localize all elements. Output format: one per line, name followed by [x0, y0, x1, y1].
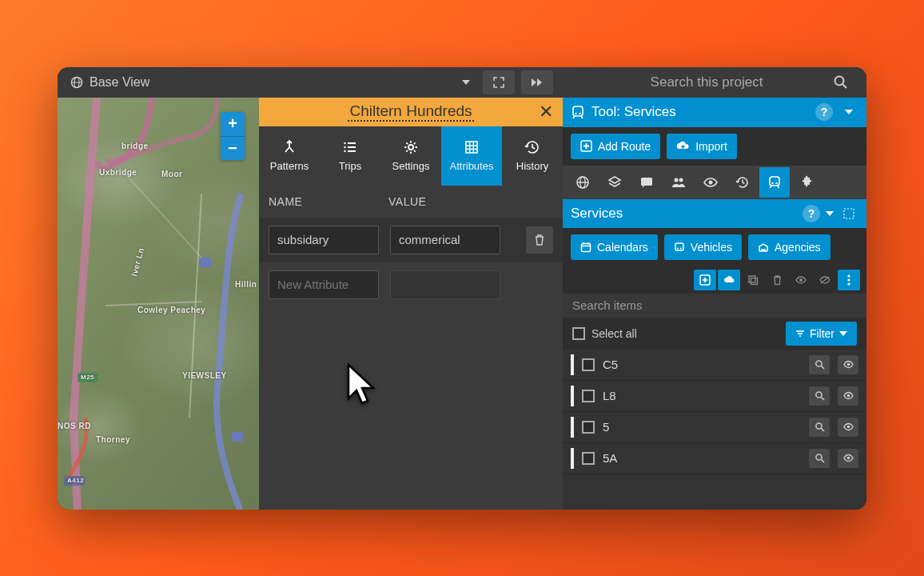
help-button[interactable]: ? [815, 103, 833, 121]
tool-title: Tool: Services [591, 104, 676, 120]
map-pane[interactable]: bridge Uxbridge Moor Iver Ln Hillin Cowl… [58, 98, 259, 510]
list-item[interactable]: 5 [563, 412, 866, 443]
import-button[interactable]: Import [667, 134, 737, 159]
calendars-button[interactable]: Calendars [571, 234, 658, 260]
tab-patterns[interactable]: Patterns [259, 126, 320, 186]
help-button[interactable]: ? [803, 205, 820, 222]
train-icon [571, 105, 585, 119]
list-item[interactable]: 5A [563, 443, 866, 474]
more-item-button[interactable] [838, 270, 860, 290]
mode-visibility[interactable] [695, 167, 726, 198]
hide-item-button[interactable] [814, 270, 836, 290]
agencies-label: Agencies [775, 241, 821, 254]
mode-history[interactable] [727, 167, 758, 198]
project-search[interactable]: Search this project [553, 74, 860, 90]
list-item[interactable]: C5 [563, 350, 866, 381]
item-checkbox[interactable] [582, 358, 595, 371]
add-route-button[interactable]: Add Route [571, 134, 660, 159]
new-attribute-name-input[interactable] [269, 270, 379, 299]
tab-trips[interactable]: Trips [320, 126, 380, 186]
item-visibility-button[interactable] [838, 418, 858, 437]
tab-history[interactable]: History [502, 126, 563, 186]
attribute-value-input[interactable] [390, 226, 500, 254]
agencies-button[interactable]: Agencies [748, 234, 830, 260]
zoom-in-button[interactable]: + [221, 112, 245, 136]
add-item-button[interactable] [694, 270, 716, 290]
svg-rect-6 [232, 432, 243, 442]
forward-button[interactable] [521, 70, 553, 94]
delete-item-button[interactable] [766, 270, 788, 290]
close-button[interactable]: ✕ [539, 102, 553, 122]
items-list: C5 L8 5 [563, 350, 866, 510]
show-item-button[interactable] [790, 270, 812, 290]
attribute-name-input[interactable] [269, 226, 379, 254]
svg-line-4 [843, 84, 847, 88]
detail-title[interactable]: Chiltern Hundreds [348, 102, 473, 122]
svg-point-58 [847, 282, 850, 285]
zoom-out-button[interactable]: − [221, 136, 245, 160]
svg-rect-53 [751, 278, 758, 284]
item-search-button[interactable] [809, 386, 830, 406]
mode-services[interactable] [759, 167, 790, 198]
tab-label: Attributes [450, 160, 494, 172]
svg-rect-5 [200, 258, 211, 267]
item-search-button[interactable] [809, 449, 830, 468]
item-label: L8 [603, 389, 616, 402]
list-item[interactable]: L8 [563, 381, 866, 412]
mode-people[interactable] [663, 167, 694, 198]
tab-label: Patterns [270, 160, 309, 172]
item-color-bar [571, 417, 574, 438]
svg-rect-32 [641, 178, 652, 186]
expand-button[interactable] [820, 204, 839, 223]
view-selector[interactable]: Base View [64, 72, 476, 93]
item-visibility-button[interactable] [838, 449, 858, 468]
detail-pane: Chiltern Hundreds ✕ Patterns Trips Setti… [259, 98, 563, 510]
search-icon [833, 74, 849, 90]
tab-attributes[interactable]: Attributes [441, 126, 502, 186]
mode-layers[interactable] [599, 167, 630, 198]
svg-line-39 [771, 186, 772, 188]
svg-point-57 [847, 278, 850, 281]
mode-comments[interactable] [631, 167, 662, 198]
svg-point-12 [344, 142, 345, 144]
filter-button[interactable]: Filter [786, 322, 857, 346]
tab-settings[interactable]: Settings [380, 126, 441, 186]
delete-button[interactable] [526, 226, 553, 254]
mode-extensions[interactable] [791, 167, 822, 198]
select-region-button[interactable] [839, 204, 858, 223]
tab-label: Settings [392, 160, 430, 172]
item-checkbox[interactable] [582, 421, 595, 434]
side-pane: Tool: Services ? Add Route Import [563, 98, 866, 510]
map-label: Hillin [235, 280, 257, 289]
history-icon [524, 139, 540, 155]
svg-point-62 [815, 361, 821, 366]
list-icon [342, 139, 358, 155]
svg-point-47 [677, 247, 679, 249]
map-label: Uxbridge [99, 168, 137, 177]
item-visibility-button[interactable] [838, 355, 858, 374]
chevron-down-icon [845, 110, 853, 114]
item-checkbox[interactable] [582, 390, 595, 402]
services-title: Services [571, 206, 623, 222]
select-all-checkbox[interactable] [572, 327, 585, 340]
items-search[interactable]: Search items [563, 294, 866, 318]
fullscreen-icon [492, 76, 505, 89]
item-search-button[interactable] [809, 418, 830, 437]
svg-point-67 [846, 394, 850, 398]
items-toolbar [563, 266, 866, 294]
fast-forward-icon [530, 77, 544, 88]
item-checkbox[interactable] [582, 452, 595, 465]
mode-globe[interactable] [568, 167, 598, 198]
upload-item-button[interactable] [718, 270, 740, 290]
new-attribute-value-input[interactable] [390, 270, 500, 299]
item-search-button[interactable] [809, 355, 830, 374]
tool-header: Tool: Services ? [563, 98, 866, 127]
copy-item-button[interactable] [742, 270, 764, 290]
vehicles-button[interactable]: Vehicles [664, 234, 742, 260]
expand-button[interactable] [839, 102, 858, 122]
svg-point-23 [579, 113, 580, 114]
fullscreen-button[interactable] [483, 70, 515, 94]
globe-icon [70, 76, 83, 89]
item-visibility-button[interactable] [838, 386, 858, 406]
item-color-bar [571, 386, 574, 406]
